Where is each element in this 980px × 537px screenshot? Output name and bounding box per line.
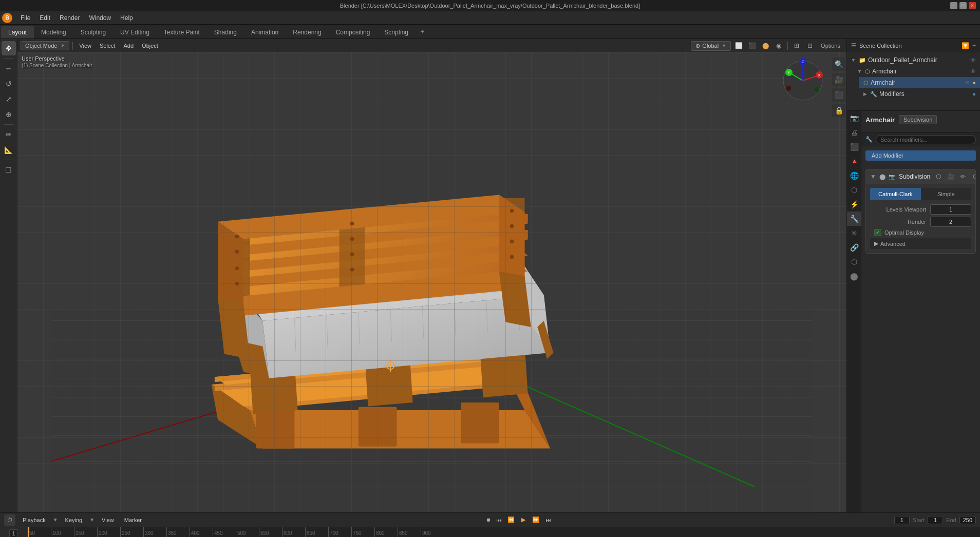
timeline-ruler[interactable]: 1 50 100 150 200 250 300 350 400 450 500… [0,527,980,537]
marker-menu[interactable]: Marker [121,516,145,524]
outliner-filter-icon[interactable]: 🔽 [962,42,969,49]
keying-menu[interactable]: Keying [62,516,86,524]
tool-cursor[interactable]: ✥ [2,41,16,55]
catmull-clark-button[interactable]: Catmull-Clark [870,188,921,200]
props-tab-render[interactable]: 📷 [847,111,861,125]
prev-frame-button[interactable]: ⏪ [506,515,516,525]
add-workspace-button[interactable]: + [416,25,429,39]
viewport-object-menu[interactable]: Object [139,42,161,50]
modifier-camera-icon[interactable]: 📷 [889,174,896,180]
modifier-expand-arrow[interactable]: ▼ [870,173,876,180]
minimize-button[interactable]: ─ [950,2,957,9]
tool-rotate[interactable]: ↺ [2,76,16,91]
props-search-input[interactable] [876,135,976,144]
modifier-active-dot[interactable]: ⬤ [879,174,885,180]
tab-texture-paint[interactable]: Texture Paint [157,26,207,39]
menu-edit[interactable]: Edit [35,13,54,23]
close-button[interactable]: ✕ [969,2,976,9]
viewport-add-menu[interactable]: Add [121,42,137,50]
outliner-item-collection[interactable]: ▼ 📁 Outdoor_Pallet_Armchair 👁 [847,54,980,66]
props-tab-data[interactable]: ⬡ [847,255,861,269]
modifier-realtime-icon[interactable]: ⬡ [933,171,944,182]
tab-sculpting[interactable]: Sculpting [73,26,113,39]
tool-move[interactable]: ↔ [2,61,16,75]
viewport-scene[interactable] [17,52,846,512]
render-region-icon[interactable]: ⬛ [832,88,845,102]
props-tab-material[interactable]: ⬤ [847,269,861,283]
tool-add[interactable]: ☐ [2,163,16,177]
optimal-display-checkbox[interactable]: ✓ [874,229,881,236]
tab-compositing[interactable]: Compositing [329,26,378,39]
viewport-shading-solid[interactable]: ⬛ [746,40,758,51]
maximize-button[interactable]: □ [959,2,967,9]
viewport-select-menu[interactable]: Select [97,42,119,50]
add-modifier-button[interactable]: Add Modifier [865,150,976,161]
props-tab-scene[interactable]: 🔺 [847,154,861,168]
jump-end-button[interactable]: ⏭ [543,515,553,525]
outliner-new-icon[interactable]: + [972,42,976,49]
tab-modeling[interactable]: Modeling [34,26,73,39]
viewport-shading-material[interactable]: ⬤ [760,40,771,51]
props-tab-view[interactable]: ⬛ [847,140,861,154]
tab-scripting[interactable]: Scripting [377,26,416,39]
options-menu[interactable]: Options [818,40,843,51]
tab-rendering[interactable]: Rendering [286,26,328,39]
play-pause-button[interactable]: ▶ [518,515,529,525]
next-frame-button[interactable]: ⏩ [531,515,541,525]
props-tab-constraints[interactable]: 🔗 [847,240,861,255]
tab-shading[interactable]: Shading [207,26,244,39]
lock-camera-icon[interactable]: 🔒 [832,104,845,117]
outliner-item-armchair-selected[interactable]: ⬡ Armchair 👁 ● [859,77,980,88]
zoom-in-icon[interactable]: 🔍 [832,57,845,71]
tool-transform[interactable]: ⊕ [2,107,16,122]
modifier-render-icon[interactable]: 🎥 [946,171,956,182]
mesh-icon: ⬡ [865,68,870,75]
props-tab-output[interactable]: 🖨 [847,125,861,140]
viewport-shading-wireframe[interactable]: ⬜ [733,40,744,51]
outliner-item-armchair-mesh[interactable]: ▼ ⬡ Armchair 👁 [853,66,980,77]
timeline-view-menu[interactable]: View [99,516,117,524]
timeline-header-icon[interactable]: ⏱ [4,514,15,526]
menu-window[interactable]: Window [85,13,115,23]
modifier-cage-icon[interactable]: ⬡ [970,171,976,182]
object-mode-dropdown[interactable]: Object Mode ▼ [21,41,69,50]
props-tab-object[interactable]: ⬡ [847,183,861,197]
viewport-3d[interactable]: Object Mode ▼ View Select Add Object ⊕ G… [17,39,846,512]
tool-measure[interactable]: 📐 [2,143,16,157]
playback-menu[interactable]: Playback [20,516,49,524]
tool-annotate[interactable]: ✏ [2,127,16,142]
current-frame-display[interactable]: 1 [894,516,910,524]
menu-file[interactable]: File [16,13,34,23]
navigation-gizmo[interactable]: X Y Z [780,57,826,104]
svg-text:X: X [818,73,821,78]
advanced-section[interactable]: ▶ Advanced [870,238,971,249]
render-value[interactable]: 2 [930,217,971,227]
visibility-icon-2[interactable]: 👁 [970,68,976,74]
props-tab-particles[interactable]: ✳ [847,226,861,240]
levels-viewport-value[interactable]: 1 [930,204,971,215]
global-dropdown[interactable]: ⊕ Global ▼ [691,41,731,51]
tab-animation[interactable]: Animation [244,26,286,39]
viewport-gizmo-toggle[interactable]: ⊟ [804,40,816,51]
menu-help[interactable]: Help [116,13,137,23]
menu-render[interactable]: Render [55,13,84,23]
simple-button[interactable]: Simple [921,188,972,200]
jump-start-button[interactable]: ⏮ [494,515,504,525]
tab-layout[interactable]: Layout [1,26,34,39]
start-frame-display[interactable]: 1 [928,516,943,524]
outliner-item-modifiers[interactable]: ▶ 🔧 Modifiers ● [859,88,980,100]
modifier-edit-icon[interactable]: ✏ [958,171,968,182]
visibility-icon[interactable]: 👁 [970,57,976,63]
viewport-overlay-toggle[interactable]: ⊞ [791,40,802,51]
visibility-icon-3[interactable]: 👁 [965,80,970,86]
props-tab-modifier[interactable]: 🔧 [847,212,861,226]
tab-uv-editing[interactable]: UV Editing [113,26,157,39]
props-tab-physics[interactable]: ⚡ [847,197,861,212]
camera-view-icon[interactable]: 🎥 [832,73,845,86]
record-button[interactable]: ⏺ [485,517,492,523]
props-tab-world[interactable]: 🌐 [847,168,861,183]
viewport-view-menu[interactable]: View [76,42,95,50]
tool-scale[interactable]: ⤢ [2,92,16,106]
viewport-shading-rendered[interactable]: ◉ [773,40,784,51]
end-frame-display[interactable]: 250 [959,516,976,524]
